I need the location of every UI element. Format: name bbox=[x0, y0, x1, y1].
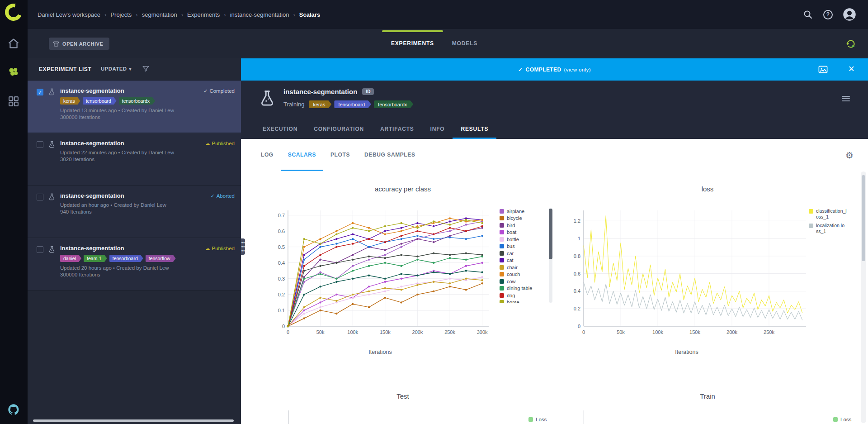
updated-text: Updated 20 hours ago • Created by Daniel… bbox=[60, 265, 235, 271]
status-icon: ✓ bbox=[203, 88, 208, 94]
experiment-checkbox[interactable] bbox=[37, 141, 43, 148]
svg-text:50k: 50k bbox=[617, 329, 625, 335]
experiment-list-header: EXPERIMENT LIST UPDATED▼ bbox=[28, 58, 241, 81]
filter-icon[interactable] bbox=[142, 65, 150, 72]
tag[interactable]: tensorboard bbox=[109, 255, 143, 262]
legend-item[interactable]: boat bbox=[500, 229, 547, 236]
sort-updated-dropdown[interactable]: UPDATED▼ bbox=[101, 66, 132, 71]
experiment-name: instance-segmentation bbox=[60, 87, 124, 94]
gear-icon[interactable]: ⚙ bbox=[845, 150, 854, 161]
experiment-list-title: EXPERIMENT LIST bbox=[39, 66, 91, 72]
legend-item[interactable]: dining table bbox=[500, 285, 547, 292]
breadcrumb-item[interactable]: Daniel Lew's workspace bbox=[38, 11, 100, 18]
subtab-plots[interactable]: PLOTS bbox=[323, 139, 357, 171]
id-badge[interactable]: ID bbox=[362, 88, 374, 95]
tab-results[interactable]: RESULTS bbox=[453, 120, 496, 139]
experiment-name: instance-segmentation bbox=[60, 245, 124, 252]
legend-label: airplane bbox=[507, 209, 524, 214]
experiment-name: instance-segmentation bbox=[60, 192, 124, 199]
legend-label: cow bbox=[507, 279, 516, 284]
breadcrumb-item[interactable]: segmentation bbox=[142, 11, 177, 18]
content-scrollbar-thumb[interactable] bbox=[862, 175, 865, 261]
tab-execution[interactable]: EXECUTION bbox=[255, 120, 306, 139]
breadcrumb-separator: › bbox=[224, 11, 226, 18]
accuracy-chart[interactable]: 050k100k150k200k250k300k00.10.20.30.40.5… bbox=[267, 206, 493, 342]
status-badge: ✓Completed bbox=[203, 88, 235, 94]
legend-label: bus bbox=[507, 243, 515, 249]
legend-item[interactable]: horse bbox=[500, 299, 547, 303]
horizontal-scrollbar[interactable] bbox=[33, 419, 234, 422]
breadcrumb-separator: › bbox=[136, 11, 137, 18]
legend-item[interactable]: cat bbox=[500, 257, 547, 264]
legend-item[interactable]: bird bbox=[500, 222, 547, 229]
experiment-card[interactable]: instance-segmentation☁PublishedUpdated 2… bbox=[28, 133, 241, 186]
legend-item[interactable]: chair bbox=[500, 264, 547, 271]
updated-text: Updated 22 minutes ago • Created by Dani… bbox=[60, 150, 235, 155]
legend-item[interactable]: dog bbox=[500, 292, 547, 299]
avatar[interactable] bbox=[843, 8, 856, 21]
chart-title-accuracy: accuracy per class bbox=[267, 185, 538, 193]
legend-swatch bbox=[500, 230, 504, 234]
legend-label: classification_loss_1 bbox=[816, 208, 847, 220]
home-icon[interactable] bbox=[7, 37, 20, 50]
search-icon[interactable] bbox=[802, 9, 813, 20]
svg-text:250k: 250k bbox=[764, 329, 774, 335]
svg-text:0.5: 0.5 bbox=[278, 244, 285, 250]
legend-item[interactable]: airplane bbox=[500, 208, 547, 215]
legend-scrollbar-thumb[interactable] bbox=[549, 209, 552, 259]
tag[interactable]: daniel bbox=[60, 255, 81, 262]
github-icon[interactable] bbox=[7, 403, 20, 416]
breadcrumb-item[interactable]: Experiments bbox=[187, 11, 220, 18]
experiment-card[interactable]: ✓instance-segmentation✓Completedkerasten… bbox=[28, 81, 241, 133]
experiment-checkbox[interactable]: ✓ bbox=[37, 89, 43, 95]
breadcrumb-item[interactable]: Scalars bbox=[299, 11, 320, 18]
subtab-scalars[interactable]: SCALARS bbox=[281, 139, 323, 171]
tab-experiments[interactable]: EXPERIMENTS bbox=[382, 29, 443, 58]
panel-resize-handle[interactable]: ●●●●●● bbox=[241, 238, 245, 255]
experiment-card[interactable]: instance-segmentation✓AbortedUpdated an … bbox=[28, 186, 241, 238]
tag[interactable]: team-1 bbox=[84, 255, 107, 262]
experiment-checkbox[interactable] bbox=[37, 194, 43, 200]
help-icon[interactable]: ? bbox=[823, 10, 833, 19]
experiment-card[interactable]: instance-segmentation☁Publisheddanieltea… bbox=[28, 238, 241, 291]
subtab-debug-samples[interactable]: DEBUG SAMPLES bbox=[357, 139, 422, 171]
legend-item[interactable]: bus bbox=[500, 243, 547, 250]
legend-item[interactable]: bottle bbox=[500, 236, 547, 243]
updated-text: Updated an hour ago • Created by Daniel … bbox=[60, 202, 235, 208]
details-menu-icon[interactable] bbox=[842, 96, 850, 103]
legend-item[interactable]: cow bbox=[500, 278, 547, 285]
legend-item[interactable]: localization loss_1 bbox=[809, 223, 847, 234]
tab-models[interactable]: MODELS bbox=[443, 29, 486, 58]
auto-refresh-icon[interactable] bbox=[845, 38, 856, 49]
tab-info[interactable]: INFO bbox=[422, 120, 453, 139]
tab-artifacts[interactable]: ARTIFACTS bbox=[372, 120, 422, 139]
legend-swatch bbox=[500, 244, 504, 248]
tag[interactable]: keras bbox=[60, 97, 80, 105]
loss-chart[interactable]: 050k100k150k200k250k00.20.40.60.811.2 bbox=[563, 206, 811, 342]
tab-configuration[interactable]: CONFIGURATION bbox=[306, 120, 372, 139]
image-preview-icon[interactable] bbox=[818, 64, 828, 75]
loss-legend-label: Loss bbox=[840, 417, 851, 422]
tag[interactable]: tensorboard bbox=[334, 100, 371, 108]
check-icon: ✓ bbox=[518, 67, 523, 73]
breadcrumb-item[interactable]: Projects bbox=[110, 11, 132, 18]
open-archive-button[interactable]: OPEN ARCHIVE bbox=[49, 38, 109, 50]
legend-swatch bbox=[500, 251, 504, 256]
models-grid-icon[interactable] bbox=[7, 95, 20, 108]
tag[interactable]: tensorboardx bbox=[374, 100, 413, 108]
breadcrumb-item[interactable]: instance-segmentation bbox=[230, 11, 289, 18]
legend-item[interactable]: bicycle bbox=[500, 215, 547, 222]
clearml-logo-icon[interactable] bbox=[2, 1, 25, 24]
tag[interactable]: tensorboardx bbox=[119, 97, 155, 105]
tag[interactable]: tensorflow bbox=[146, 255, 176, 262]
subtab-log[interactable]: LOG bbox=[254, 139, 281, 171]
tag[interactable]: tensorboard bbox=[83, 97, 117, 105]
legend-item[interactable]: car bbox=[500, 250, 547, 257]
legend-item[interactable]: classification_loss_1 bbox=[809, 208, 847, 220]
experiment-checkbox[interactable] bbox=[37, 246, 43, 253]
projects-brain-icon[interactable] bbox=[7, 66, 20, 78]
close-icon[interactable]: × bbox=[849, 62, 854, 76]
tag[interactable]: keras bbox=[309, 100, 331, 108]
iterations-text: 300000 Iterations bbox=[60, 272, 235, 277]
legend-item[interactable]: couch bbox=[500, 271, 547, 278]
